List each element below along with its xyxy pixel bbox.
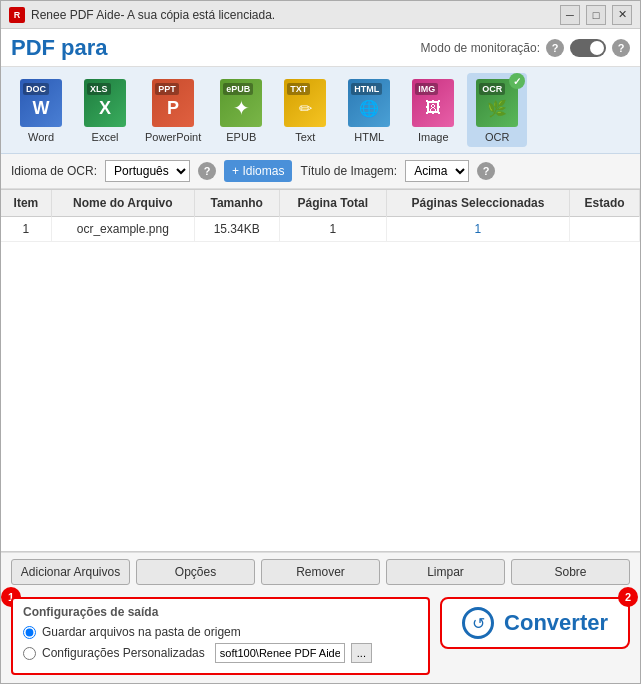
remove-button[interactable]: Remover	[261, 559, 380, 585]
format-img[interactable]: IMG 🖼 Image	[403, 73, 463, 147]
titlebar: R Renee PDF Aide- A sua cópia está licen…	[1, 1, 640, 29]
header: PDF para Modo de monitoração: ? ?	[1, 29, 640, 67]
image-title-help-icon[interactable]: ?	[477, 162, 495, 180]
cell-status	[570, 217, 640, 242]
format-epub[interactable]: ePUB ✦ EPUB	[211, 73, 271, 147]
options-button[interactable]: Opções	[136, 559, 255, 585]
format-bar: DOC W Word XLS X Excel PPT P Pow	[1, 67, 640, 154]
format-ppt-label: PowerPoint	[145, 131, 201, 143]
header-help-icon[interactable]: ?	[612, 39, 630, 57]
monitor-mode-section: Modo de monitoração: ? ?	[421, 39, 630, 57]
format-txt-label: Text	[295, 131, 315, 143]
custom-path-input[interactable]	[215, 643, 345, 663]
browse-button[interactable]: ...	[351, 643, 372, 663]
custom-path-row: Configurações Personalizadas ...	[23, 643, 418, 663]
file-table: Item Nome do Arquivo Tamanho Página Tota…	[1, 189, 640, 552]
col-header-filename: Nome do Arquivo	[51, 190, 194, 217]
monitor-mode-label: Modo de monitoração:	[421, 41, 540, 55]
format-ppt[interactable]: PPT P PowerPoint	[139, 73, 207, 147]
output-config: Configurações de saída Guardar arquivos …	[11, 597, 430, 675]
save-origin-row: Guardar arquivos na pasta de origem	[23, 625, 418, 639]
maximize-button[interactable]: □	[586, 5, 606, 25]
options-bar: Idioma de OCR: Português ? + Idiomas Tít…	[1, 154, 640, 189]
img-icon: IMG 🖼	[412, 79, 454, 127]
ocr-help-icon[interactable]: ?	[198, 162, 216, 180]
custom-label: Configurações Personalizadas	[42, 646, 205, 660]
cell-pages-selected: 1	[386, 217, 569, 242]
format-img-label: Image	[418, 131, 449, 143]
convert-label: Converter	[504, 610, 608, 636]
format-html[interactable]: HTML 🌐 HTML	[339, 73, 399, 147]
bottom-section: 1 Configurações de saída Guardar arquivo…	[1, 591, 640, 683]
word-icon: DOC W	[20, 79, 62, 127]
main-window: R Renee PDF Aide- A sua cópia está licen…	[0, 0, 641, 684]
format-ocr-label: OCR	[485, 131, 509, 143]
monitor-toggle[interactable]	[570, 39, 606, 57]
col-header-size: Tamanho	[194, 190, 279, 217]
col-header-pages-selected: Páginas Seleccionadas	[386, 190, 569, 217]
output-config-title: Configurações de saída	[23, 605, 418, 619]
monitor-help-icon[interactable]: ?	[546, 39, 564, 57]
ocr-active-badge: ✓	[509, 73, 525, 89]
add-files-button[interactable]: Adicionar Arquivos	[11, 559, 130, 585]
col-header-status: Estado	[570, 190, 640, 217]
txt-icon: TXT ✏	[284, 79, 326, 127]
convert-section: 2 ↺ Converter	[440, 597, 630, 675]
window-title: Renee PDF Aide- A sua cópia está licenci…	[31, 8, 560, 22]
format-excel[interactable]: XLS X Excel	[75, 73, 135, 147]
html-icon: HTML 🌐	[348, 79, 390, 127]
custom-path-radio[interactable]	[23, 647, 36, 660]
window-controls: ─ □ ✕	[560, 5, 632, 25]
minimize-button[interactable]: ─	[560, 5, 580, 25]
image-title-label: Título de Imagem:	[300, 164, 397, 178]
epub-icon: ePUB ✦	[220, 79, 262, 127]
format-word-label: Word	[28, 131, 54, 143]
convert-badge: 2	[618, 587, 638, 607]
col-header-pages-total: Página Total	[279, 190, 386, 217]
cell-filename: ocr_example.png	[51, 217, 194, 242]
format-epub-label: EPUB	[226, 131, 256, 143]
format-txt[interactable]: TXT ✏ Text	[275, 73, 335, 147]
col-header-item: Item	[1, 190, 51, 217]
cell-item: 1	[1, 217, 51, 242]
clean-button[interactable]: Limpar	[386, 559, 505, 585]
save-origin-radio[interactable]	[23, 626, 36, 639]
action-buttons: Adicionar Arquivos Opções Remover Limpar…	[1, 552, 640, 591]
app-icon: R	[9, 7, 25, 23]
app-title: PDF para	[11, 35, 108, 61]
ocr-language-select[interactable]: Português	[105, 160, 190, 182]
ocr-language-label: Idioma de OCR:	[11, 164, 97, 178]
output-config-wrapper: 1 Configurações de saída Guardar arquivo…	[11, 597, 430, 675]
close-button[interactable]: ✕	[612, 5, 632, 25]
image-title-select[interactable]: Acima	[405, 160, 469, 182]
convert-button[interactable]: ↺ Converter	[440, 597, 630, 649]
format-excel-label: Excel	[92, 131, 119, 143]
convert-icon: ↺	[462, 607, 494, 639]
format-html-label: HTML	[354, 131, 384, 143]
add-languages-button[interactable]: + Idiomas	[224, 160, 292, 182]
cell-size: 15.34KB	[194, 217, 279, 242]
ppt-icon: PPT P	[152, 79, 194, 127]
save-origin-label: Guardar arquivos na pasta de origem	[42, 625, 241, 639]
cell-pages-total: 1	[279, 217, 386, 242]
table-row[interactable]: 1 ocr_example.png 15.34KB 1 1	[1, 217, 640, 242]
format-word[interactable]: DOC W Word	[11, 73, 71, 147]
about-button[interactable]: Sobre	[511, 559, 630, 585]
format-ocr[interactable]: OCR 🌿 ✓ OCR	[467, 73, 527, 147]
excel-icon: XLS X	[84, 79, 126, 127]
